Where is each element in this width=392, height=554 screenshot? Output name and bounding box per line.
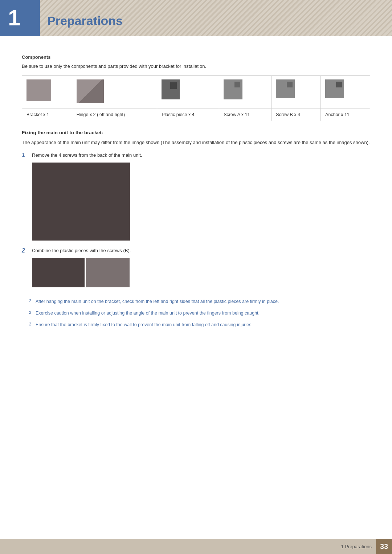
- page-title: Preparations: [47, 14, 123, 28]
- plastic-image-cell: [157, 75, 219, 108]
- notes-divider: [29, 294, 38, 294]
- footer-text: 1 Preparations: [341, 544, 372, 549]
- note-2-text: Exercise caution when installing or adju…: [36, 309, 260, 317]
- chapter-number: 1: [8, 7, 20, 29]
- hinge-image: [77, 79, 104, 103]
- step-1-image: [32, 163, 130, 241]
- footer-page-box: 33: [376, 539, 392, 554]
- step-2: 2 Combine the plastic pieces with the sc…: [22, 247, 370, 287]
- components-table: Bracket x 1 Hinge x 2 (left and right) P…: [22, 75, 370, 121]
- step-1: 1 Remove the 4 screws from the back of t…: [22, 152, 370, 241]
- step-2-image: [32, 258, 130, 287]
- footer-page-number: 33: [380, 542, 388, 551]
- screwb-image: [276, 79, 295, 98]
- main-content: Components Be sure to use only the compo…: [22, 44, 370, 333]
- step-1-text: Remove the 4 screws from the back of the…: [32, 152, 142, 159]
- note-1-text: After hanging the main unit on the brack…: [36, 298, 279, 305]
- notes-section: 2 After hanging the main unit on the bra…: [29, 298, 370, 328]
- components-description: Be sure to use only the components and p…: [22, 63, 370, 70]
- anchor-image: [325, 79, 344, 98]
- step-2-number: 2: [22, 247, 32, 254]
- components-label: Components: [22, 54, 370, 60]
- anchor-image-cell: [321, 75, 370, 108]
- note-3-text: Ensure that the bracket is firmly fixed …: [36, 321, 253, 328]
- note-1: 2 After hanging the main unit on the bra…: [29, 298, 370, 305]
- hinge-image-cell: [72, 75, 157, 108]
- plastic-label: Plastic piece x 4: [157, 108, 219, 121]
- step-2-image-right: [86, 258, 130, 287]
- note-3-bullet: 2: [29, 321, 36, 326]
- note-2: 2 Exercise caution when installing or ad…: [29, 309, 370, 317]
- screwa-image-cell: [219, 75, 271, 108]
- note-1-bullet: 2: [29, 298, 36, 303]
- screwb-image-cell: [271, 75, 321, 108]
- note-2-bullet: 2: [29, 309, 36, 315]
- step-1-number: 1: [22, 152, 32, 159]
- screwa-image: [224, 79, 242, 99]
- fixing-description: The appearance of the main unit may diff…: [22, 139, 370, 147]
- header-box: 1: [0, 0, 40, 36]
- note-3: 2 Ensure that the bracket is firmly fixe…: [29, 321, 370, 328]
- screwa-label: Screw A x 11: [219, 108, 271, 121]
- fixing-heading: Fixing the main unit to the bracket:: [22, 130, 370, 135]
- anchor-label: Anchor x 11: [321, 108, 370, 121]
- bracket-label: Bracket x 1: [22, 108, 72, 121]
- step-2-text: Combine the plastic pieces with the scre…: [32, 247, 131, 255]
- bracket-image: [26, 79, 51, 101]
- hinge-label: Hinge x 2 (left and right): [72, 108, 157, 121]
- plastic-image: [162, 79, 180, 99]
- screwb-label: Screw B x 4: [271, 108, 321, 121]
- step-2-image-left: [32, 258, 85, 287]
- bracket-image-cell: [22, 75, 72, 108]
- footer: 1 Preparations 33: [0, 539, 392, 554]
